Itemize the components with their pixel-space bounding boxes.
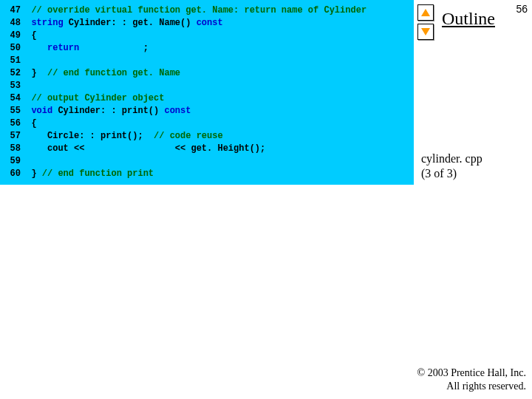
code-comment: // end function get. Name — [47, 68, 180, 78]
line-number: 51 — [4, 55, 21, 67]
code-comment: // output Cylinder object — [31, 93, 164, 103]
file-part: (3 of 3) — [421, 166, 482, 181]
code-keyword: string — [31, 18, 63, 28]
line-number: 57 — [4, 130, 21, 143]
code-text: Cylinder: : print() — [52, 106, 164, 116]
code-keyword: const — [197, 18, 223, 28]
outline-link[interactable]: Outline — [442, 9, 495, 29]
prev-button[interactable] — [417, 4, 434, 21]
code-comment: // end function print — [42, 168, 154, 179]
code-text: } — [31, 68, 47, 78]
code-comment: // override virtual function get. Name: … — [31, 5, 366, 16]
file-name: cylinder. cpp — [421, 151, 482, 166]
code-block: 47 // override virtual function get. Nam… — [0, 0, 414, 185]
code-comment: // code reuse — [154, 131, 223, 141]
line-number: 47 — [4, 4, 21, 17]
line-number: 58 — [4, 143, 21, 155]
line-number: 52 — [4, 67, 21, 80]
footer: © 2003 Prentice Hall, Inc. All rights re… — [417, 366, 527, 393]
code-text: { — [31, 118, 36, 129]
line-number: 60 — [4, 168, 21, 180]
code-text — [31, 43, 47, 53]
code-text: Cylinder: : get. Name() — [64, 18, 197, 28]
line-number: 56 — [4, 117, 21, 130]
line-number: 53 — [4, 80, 21, 92]
line-number: 49 — [4, 30, 21, 42]
code-text: { — [31, 30, 36, 41]
copyright-line: © 2003 Prentice Hall, Inc. — [417, 366, 527, 380]
code-text: } — [31, 168, 41, 179]
nav-buttons — [417, 4, 434, 40]
code-keyword: return — [47, 43, 79, 53]
file-label: cylinder. cpp (3 of 3) — [421, 151, 482, 181]
line-number: 54 — [4, 92, 21, 105]
code-keyword: const — [164, 106, 191, 116]
line-number: 48 — [4, 17, 21, 30]
line-number: 55 — [4, 105, 21, 117]
triangle-up-icon — [421, 9, 430, 16]
code-text: cout << << get. Height(); — [31, 143, 265, 154]
code-text: ; — [79, 43, 149, 53]
page-number: 56 — [516, 3, 528, 15]
next-button[interactable] — [417, 24, 434, 40]
line-number: 50 — [4, 42, 21, 55]
line-number: 59 — [4, 155, 21, 168]
rights-line: All rights reserved. — [417, 380, 527, 393]
triangle-down-icon — [421, 28, 430, 35]
code-text: Circle: : print(); — [31, 131, 154, 141]
code-keyword: void — [31, 106, 52, 116]
